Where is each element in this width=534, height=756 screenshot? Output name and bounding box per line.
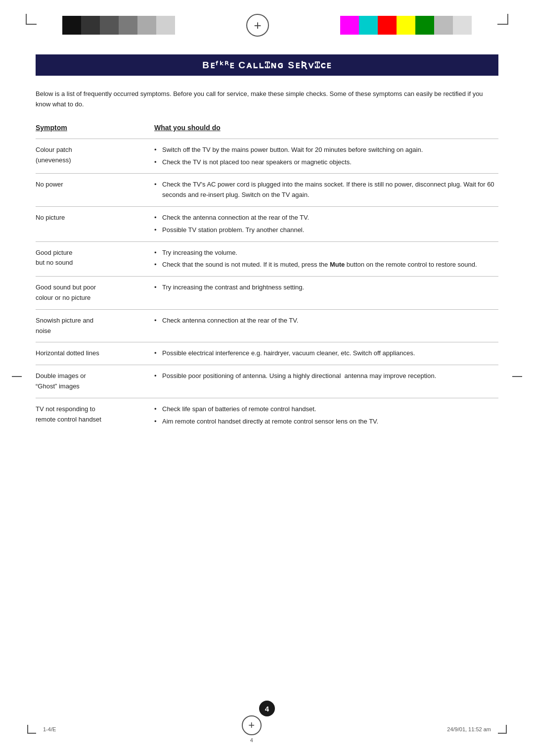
cs-r-3 xyxy=(378,16,397,35)
cs-block-2 xyxy=(81,16,100,35)
color-strip-left xyxy=(62,16,175,35)
col-header-symptom: Symptom xyxy=(36,124,144,139)
action-cell: •Possible poor positioning of antenna. U… xyxy=(144,365,498,398)
cs-r-6 xyxy=(434,16,453,35)
crosshair-circle: + xyxy=(246,14,269,37)
corner-tick-v-right xyxy=(507,14,508,25)
corner-tick-v-left xyxy=(26,14,27,25)
left-frame-corner xyxy=(26,14,37,25)
footer-left-text: 1-4/E xyxy=(43,726,56,732)
page-num-circle: 4 xyxy=(259,701,275,716)
action-cell: •Possible electrical interference e.g. h… xyxy=(144,342,498,365)
action-item: •Switch off the TV by the mains power bu… xyxy=(154,145,498,155)
cs-r-4 xyxy=(397,16,415,35)
bottom-footer: 1-4/E + 4 24/9/01, 11:52 am xyxy=(0,715,534,743)
symptom-table: Symptom What you should do Colour patch(… xyxy=(36,124,498,433)
table-row: No power •Check the TV's AC power cord i… xyxy=(36,174,498,207)
cs-r-5 xyxy=(415,16,434,35)
table-row: Snowish picture andnoise •Check antenna … xyxy=(36,309,498,342)
footer-center-text: 4 xyxy=(250,737,253,743)
action-cell: •Try increasing the volume. •Check that … xyxy=(144,241,498,277)
table-row: Colour patch(uneveness) •Switch off the … xyxy=(36,139,498,174)
action-cell: •Check the antenna connection at the rea… xyxy=(144,207,498,242)
action-item: •Possible poor positioning of antenna. U… xyxy=(154,371,498,381)
cs-r-1 xyxy=(340,16,359,35)
corner-tick-h-right xyxy=(497,24,508,25)
footer-right-text: 24/9/01, 11:52 am xyxy=(447,726,491,732)
symptom-cell: Good picturebut no sound xyxy=(36,241,144,277)
cs-r-2 xyxy=(359,16,378,35)
col-header-action: What you should do xyxy=(144,124,498,139)
symptom-cell: Double images or“Ghost” images xyxy=(36,365,144,398)
table-row: Double images or“Ghost” images •Possible… xyxy=(36,365,498,398)
table-row: No picture •Check the antenna connection… xyxy=(36,207,498,242)
action-item: •Aim remote control handset directly at … xyxy=(154,417,498,427)
center-crosshair: + xyxy=(175,14,340,37)
action-item: •Check life span of batteries of remote … xyxy=(154,404,498,415)
symptom-cell: No picture xyxy=(36,207,144,242)
main-content: Bᴇᶠᵏᴿᴇ Cᴀʟʟɪɴɢ Sᴇʀᴠɪᴄᴇ Below is a list o… xyxy=(0,54,534,432)
symptom-cell: Colour patch(uneveness) xyxy=(36,139,144,174)
table-row: Good picturebut no sound •Try increasing… xyxy=(36,241,498,277)
symptom-cell: No power xyxy=(36,174,144,207)
action-item: •Check the TV is not placed too near spe… xyxy=(154,157,498,168)
symptom-cell: TV not responding toremote control hands… xyxy=(36,398,144,432)
action-cell: •Check life span of batteries of remote … xyxy=(144,398,498,432)
action-item: •Possible TV station problem. Try anothe… xyxy=(154,225,498,236)
cs-block-6 xyxy=(156,16,175,35)
cs-r-7 xyxy=(453,16,472,35)
action-cell: •Check the TV's AC power cord is plugged… xyxy=(144,174,498,207)
action-cell: •Switch off the TV by the mains power bu… xyxy=(144,139,498,174)
action-item: •Try increasing the contrast and brightn… xyxy=(154,283,498,293)
action-item: •Check the antenna connection at the rea… xyxy=(154,213,498,223)
footer-center: + 4 xyxy=(242,715,262,743)
footer-crosshair: + xyxy=(242,715,262,735)
corner-tick-h-left xyxy=(26,24,37,25)
action-item: •Check antenna connection at the rear of… xyxy=(154,316,498,326)
action-item: •Possible electrical interference e.g. h… xyxy=(154,348,498,359)
cs-block-5 xyxy=(137,16,156,35)
right-frame-corner xyxy=(497,14,508,25)
table-row: Good sound but poorcolour or no picture … xyxy=(36,277,498,310)
page-number-display: 4 xyxy=(259,701,275,716)
action-cell: •Check antenna connection at the rear of… xyxy=(144,309,498,342)
footer-left: 1-4/E xyxy=(27,725,56,734)
table-row: Horizontal dotted lines •Possible electr… xyxy=(36,342,498,365)
reg-tick-left xyxy=(12,376,22,377)
cs-block-4 xyxy=(119,16,137,35)
page-title: Bᴇᶠᵏᴿᴇ Cᴀʟʟɪɴɢ Sᴇʀᴠɪᴄᴇ xyxy=(36,54,498,76)
cs-block-3 xyxy=(100,16,119,35)
action-item: •Try increasing the volume. xyxy=(154,248,498,258)
action-item: •Check that the sound is not muted. If i… xyxy=(154,260,498,270)
symptom-cell: Horizontal dotted lines xyxy=(36,342,144,365)
footer-corner-br xyxy=(498,725,507,734)
color-strip-right xyxy=(340,16,472,35)
intro-text: Below is a list of frequently occurred s… xyxy=(36,89,498,110)
cs-block-1 xyxy=(62,16,81,35)
top-header: + xyxy=(0,0,534,37)
symptom-cell: Snowish picture andnoise xyxy=(36,309,144,342)
action-cell: •Try increasing the contrast and brightn… xyxy=(144,277,498,310)
table-row: TV not responding toremote control hands… xyxy=(36,398,498,432)
symptom-cell: Good sound but poorcolour or no picture xyxy=(36,277,144,310)
reg-tick-right xyxy=(512,376,522,377)
footer-right: 24/9/01, 11:52 am xyxy=(447,725,507,734)
footer-corner-bl xyxy=(27,725,36,734)
action-item: •Check the TV's AC power cord is plugged… xyxy=(154,180,498,200)
